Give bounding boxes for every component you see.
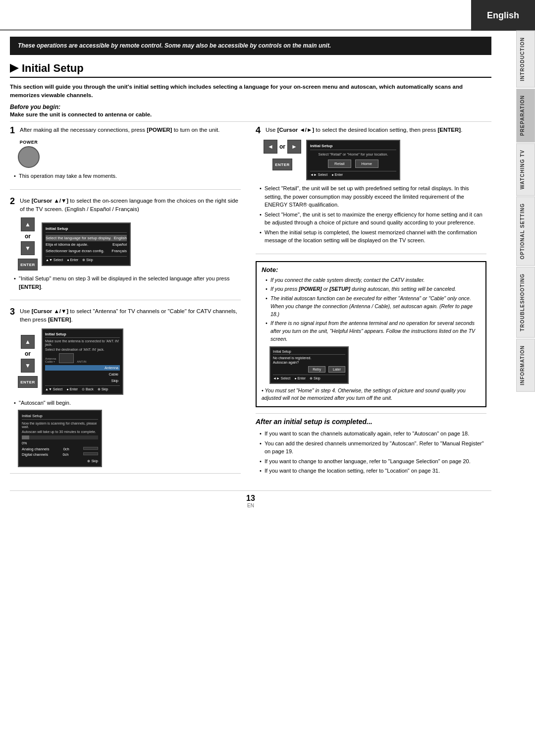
step-4-number: 4 <box>256 126 264 136</box>
top-bar: English <box>0 0 535 31</box>
power-button-col: POWER <box>18 140 40 168</box>
note-screen-title: Initial Setup <box>273 350 345 355</box>
arrow-down <box>21 241 35 255</box>
note-bullet-3: The initial autoscan function can be exe… <box>266 295 481 318</box>
antenna-option-cable: Cable <box>45 372 120 377</box>
step-4-header: 4 Use [Cursor ◄/►] to select the desired… <box>256 126 486 136</box>
note-screen: Initial Setup No channel is registered. … <box>269 346 349 384</box>
left-column: 1 After making all the necessary connect… <box>10 126 246 481</box>
screen-3-title: Initial Setup <box>45 332 120 338</box>
step-2-notes: "Initial Setup" menu on step 3 will be d… <box>14 274 241 291</box>
progress-pct: 0% <box>22 441 98 445</box>
enter-button-4: ENTER <box>272 159 292 170</box>
before-begin-label: Before you begin: <box>10 104 491 110</box>
step-2-number: 2 <box>10 197 18 207</box>
page-number: 13 <box>10 494 491 503</box>
sidebar-tab-preparation: PREPARATION <box>516 89 535 142</box>
retry-btn: Retry <box>308 366 325 373</box>
step-1: 1 After making all the necessary connect… <box>10 126 241 189</box>
step-1-notes: This operation may take a few moments. <box>14 172 241 180</box>
progress-bar-inner <box>22 435 29 439</box>
after-bullet-2: You can add the desired channels unmemor… <box>260 439 486 456</box>
sidebar-tab-watching-tv: WATCHING TV <box>516 143 535 196</box>
analog-bar <box>83 447 98 450</box>
digital-value: 0ch <box>62 452 68 457</box>
section-intro: This section will guide you through the … <box>10 83 491 100</box>
autoscan-screen: Initial Setup Now the system is scanning… <box>18 410 102 467</box>
note-title: Note: <box>262 266 481 273</box>
right-column: 4 Use [Cursor ◄/►] to select the desired… <box>256 126 491 481</box>
alert-banner: These operations are accessible by remot… <box>10 37 491 55</box>
note-screen-container: Initial Setup No channel is registered. … <box>269 346 481 384</box>
screen-4-text: Select "Retail" or "Home" for your locat… <box>310 152 396 157</box>
screen-3-line2: Select the destination of 'ANT. IN' jack… <box>45 348 120 351</box>
arrow-col-3: or ENTER <box>18 335 38 388</box>
section-title: Initial Setup <box>10 62 491 78</box>
step-4-bullet-3: When the initial setup is completed, the… <box>260 228 486 245</box>
step-2-note: "Initial Setup" menu on step 3 will be d… <box>14 274 241 291</box>
page-lang: EN <box>10 503 491 508</box>
note-box: Note: If you connect the cable system di… <box>256 261 486 408</box>
step-4-layout: or ENTER Initial Setup Selec <box>264 140 486 180</box>
sidebar-tab-introduction: INTRODUCTION <box>516 31 535 88</box>
main-content: These operations are accessible by remot… <box>0 37 515 518</box>
sidebar-tab-information: INFORMATION <box>516 339 535 392</box>
step-3: 3 Use [Cursor ▲/▼] to select "Antenna" f… <box>10 307 241 474</box>
screen-2-footer: ▲▼ Select ● Enter ⊕ Skip <box>46 256 127 262</box>
analog-value: 0ch <box>63 447 69 451</box>
diagram-box <box>59 353 74 363</box>
note-screen-line1: No channel is registered. <box>273 356 345 360</box>
enter-label: ENTER <box>20 263 35 267</box>
after-bullet-3: If you want to change to another languag… <box>260 457 486 466</box>
after-bullet-4: If you want to change the location setti… <box>260 467 486 475</box>
step-4-bullets: Select "Retail", the unit will be set up… <box>260 184 486 245</box>
arrow-down-3 <box>21 359 35 373</box>
autoscan-screen-container: Initial Setup Now the system is scanning… <box>18 410 241 467</box>
screen-3-diagram: AntennaCable ▪ ANT.IN <box>45 353 120 363</box>
step-4: 4 Use [Cursor ◄/►] to select the desired… <box>256 126 486 254</box>
step-3-notes: "Autoscan" will begin. <box>14 399 241 407</box>
step-4-screen: Initial Setup Select "Retail" or "Home" … <box>306 140 400 180</box>
step-2-header: 2 Use [Cursor ▲/▼] to select the on-scre… <box>10 197 241 214</box>
arrow-col: or ENTER <box>18 217 38 270</box>
arrow-right <box>287 140 301 154</box>
after-setup-bullets: If you want to scan the channels automat… <box>260 430 486 475</box>
retail-btn: Retail <box>328 160 351 168</box>
autoscan-footer: ⊕ Skip <box>22 459 98 463</box>
section-intro-text: This section will guide you through the … <box>10 84 463 98</box>
divider <box>10 121 491 122</box>
step-1-number: 1 <box>10 126 18 136</box>
digital-label: Digital channels <box>22 452 48 457</box>
progress-bar <box>22 435 98 439</box>
step-2-screen: Initial Setup Select the language for se… <box>42 222 131 266</box>
note-screen-line2: Autoscan again? <box>273 361 345 364</box>
location-buttons: Retail Home <box>310 160 396 168</box>
screen-4-footer: ◄► Select ● Enter <box>310 171 396 176</box>
right-sidebar: INTRODUCTION PREPARATION WATCHING TV OPT… <box>516 31 535 392</box>
home-btn: Home <box>355 160 378 168</box>
enter-label-3: ENTER <box>20 380 35 384</box>
step-3-screen: Initial Setup Make sure the antenna is c… <box>42 328 123 395</box>
enter-button: ENTER <box>18 259 38 270</box>
analog-row: Analog channels 0ch <box>22 446 98 452</box>
note-bullet-1: If you connect the cable system directly… <box>266 276 481 284</box>
english-tab: English <box>471 0 535 31</box>
page-footer: 13 EN <box>10 490 491 508</box>
two-column-layout: 1 After making all the necessary connect… <box>10 126 491 481</box>
screen-4-title: Initial Setup <box>310 144 396 150</box>
antenna-option-antenna: Antenna <box>45 365 120 371</box>
screen-2-row2: Elija el idioma de ajuste. Español <box>46 241 127 248</box>
arrow-up-3 <box>21 335 35 349</box>
enter-label-4: ENTER <box>275 162 290 167</box>
step-2-buttons: or ENTER Initial Setup Select the langua… <box>18 217 241 270</box>
step-1-header: 1 After making all the necessary connect… <box>10 126 241 136</box>
screen-2-title: Initial Setup <box>46 226 127 233</box>
note-bottom-text: • You must set "Home" in step 4. Otherwi… <box>262 387 481 403</box>
step-3-note: "Autoscan" will begin. <box>14 399 241 407</box>
arrow-left <box>264 140 277 154</box>
or-text-2: or <box>25 233 31 240</box>
step-4-text: Use [Cursor ◄/►] to select the desired l… <box>266 126 462 134</box>
section-title-icon <box>10 64 19 73</box>
step-4-bullet-2: Select "Home", the unit is set to maximi… <box>260 211 486 227</box>
later-btn: Later <box>328 366 345 373</box>
